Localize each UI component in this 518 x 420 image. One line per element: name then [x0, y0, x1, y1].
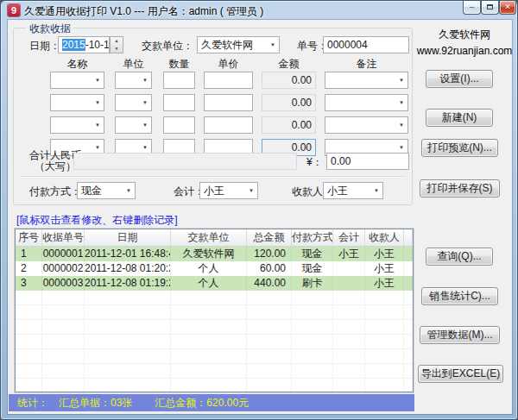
- brand-url[interactable]: www.92ruanjian.com: [416, 45, 513, 57]
- item-qty-input[interactable]: [163, 94, 195, 111]
- table-cell-empty: [247, 305, 292, 320]
- payment-method-label: 付款方式：: [29, 185, 81, 199]
- table-row[interactable]: 100000012011-12-01 16:48:46久爱软件网120.00现金…: [16, 247, 413, 261]
- table-cell-empty: [247, 364, 292, 379]
- print-preview-button[interactable]: 打印预览(N)...: [421, 139, 498, 157]
- item-price-input[interactable]: [204, 116, 253, 134]
- table-cell-empty: [292, 349, 333, 364]
- records-column-header[interactable]: 总金额: [247, 229, 292, 246]
- table-cell: 60.00: [247, 261, 292, 276]
- chevron-down-icon[interactable]: ▼: [142, 78, 148, 83]
- table-cell-empty: [365, 335, 404, 349]
- chevron-down-icon[interactable]: ▼: [95, 145, 100, 150]
- payment-method-select[interactable]: 现金▼: [77, 182, 136, 199]
- table-cell-empty: [404, 349, 413, 364]
- chevron-down-icon[interactable]: ▼: [399, 122, 404, 128]
- records-table-header: 序号收据单号日期交款单位总金额付款方式会计收款人: [16, 229, 413, 247]
- table-cell: 0000003: [42, 276, 85, 291]
- table-cell-empty: [404, 291, 413, 305]
- manage-data-button[interactable]: 管理数据(M)...: [420, 326, 500, 344]
- item-amount-field: 0.00: [262, 94, 316, 111]
- chevron-down-icon[interactable]: ▼: [95, 100, 100, 105]
- table-cell: 3: [16, 276, 42, 291]
- item-price-input[interactable]: [204, 72, 253, 89]
- table-cell-empty: [404, 335, 413, 349]
- chevron-down-icon[interactable]: ▼: [399, 145, 404, 150]
- table-cell-empty: [333, 349, 365, 364]
- chevron-down-icon[interactable]: ▼: [95, 122, 100, 128]
- payee-select[interactable]: 小王▼: [323, 182, 383, 199]
- table-cell-empty: [333, 335, 365, 349]
- chevron-down-icon[interactable]: ▼: [142, 122, 148, 128]
- status-prefix: 统计：: [17, 396, 48, 411]
- table-cell-empty: [404, 364, 413, 379]
- table-row-empty: [16, 305, 413, 320]
- table-cell-empty: [333, 305, 365, 320]
- table-cell-filler: [404, 261, 413, 276]
- chevron-down-icon[interactable]: ▼: [249, 188, 254, 193]
- print-save-button[interactable]: 打印并保存(S): [420, 179, 500, 197]
- total-amount-input: 0.00: [326, 153, 409, 170]
- new-button[interactable]: 新建(N): [426, 109, 493, 127]
- table-row[interactable]: 300000032011-12-08 01:19:20个人440.00刷卡小王: [16, 276, 413, 291]
- records-column-header[interactable]: 付款方式: [292, 229, 333, 246]
- table-cell-empty: [171, 320, 247, 335]
- chevron-down-icon[interactable]: ▼: [399, 100, 404, 105]
- table-cell-empty: [247, 320, 292, 335]
- chevron-down-icon[interactable]: ▼: [142, 100, 148, 105]
- settings-button[interactable]: 设置(I)...: [426, 70, 493, 88]
- table-cell: 个人: [171, 276, 247, 291]
- item-unit-select[interactable]: ▼: [115, 72, 152, 89]
- table-cell-empty: [16, 335, 42, 349]
- table-cell-empty: [292, 364, 333, 379]
- chevron-down-icon[interactable]: ▼: [374, 188, 379, 193]
- item-qty-input[interactable]: [163, 116, 195, 134]
- chevron-down-icon[interactable]: ▼: [95, 78, 100, 83]
- item-qty-input[interactable]: [163, 72, 195, 89]
- table-cell: 小王: [365, 276, 404, 291]
- table-cell-empty: [85, 379, 171, 392]
- item-remark-select[interactable]: ▼: [325, 72, 408, 89]
- accountant-select[interactable]: 小王▼: [199, 182, 258, 199]
- table-cell-empty: [365, 364, 404, 379]
- table-cell-empty: [42, 291, 85, 305]
- app-window: 9 久爱通用收据打印 V1.0 --- 用户名：admin ( 管理员 ) – …: [0, 0, 518, 420]
- table-cell-empty: [292, 305, 333, 320]
- table-cell-empty: [247, 349, 292, 364]
- item-name-select[interactable]: ▼: [50, 94, 104, 111]
- item-price-input[interactable]: [204, 94, 253, 111]
- table-cell-empty: [333, 379, 365, 392]
- item-name-select[interactable]: ▼: [50, 72, 104, 89]
- table-cell-filler: [404, 247, 413, 261]
- item-unit-select[interactable]: ▼: [115, 94, 152, 111]
- total-words-input: [73, 153, 297, 170]
- sales-stats-button[interactable]: 销售统计C)...: [421, 287, 498, 305]
- item-remark-select[interactable]: ▼: [325, 94, 408, 111]
- records-column-header[interactable]: 交款单位: [171, 229, 247, 246]
- records-column-header[interactable]: 收据单号: [42, 229, 85, 246]
- chevron-down-icon[interactable]: ▼: [126, 188, 131, 193]
- table-cell-empty: [171, 335, 247, 349]
- statusbar: 统计： 汇总单据：03张 汇总金额：620.00元: [9, 394, 414, 411]
- records-column-header[interactable]: 会计: [333, 229, 365, 246]
- table-cell-empty: [292, 379, 333, 392]
- item-amount-field: 0.00: [262, 72, 316, 89]
- records-column-header[interactable]: 收款人: [365, 229, 404, 246]
- query-button[interactable]: 查询(Q)...: [426, 248, 493, 266]
- chevron-down-icon[interactable]: ▼: [399, 78, 404, 83]
- table-cell-empty: [42, 379, 85, 392]
- chevron-down-icon[interactable]: ▼: [142, 145, 148, 150]
- records-column-header[interactable]: 序号: [16, 229, 42, 246]
- table-cell: 小王: [365, 261, 404, 276]
- table-cell-empty: [85, 291, 171, 305]
- status-amount-summary: 汇总金额：620.00元: [155, 396, 249, 411]
- records-column-header[interactable]: 日期: [85, 229, 171, 246]
- item-unit-select[interactable]: ▼: [115, 116, 152, 134]
- table-cell-empty: [85, 364, 171, 379]
- table-cell-empty: [247, 379, 292, 392]
- table-cell-empty: [171, 379, 247, 392]
- table-row[interactable]: 200000022011-12-08 01:20:24个人60.00现金小王: [16, 261, 413, 276]
- item-remark-select[interactable]: ▼: [325, 116, 408, 134]
- export-excel-button[interactable]: 导出到EXCEL(E): [418, 365, 503, 383]
- item-name-select[interactable]: ▼: [50, 116, 104, 134]
